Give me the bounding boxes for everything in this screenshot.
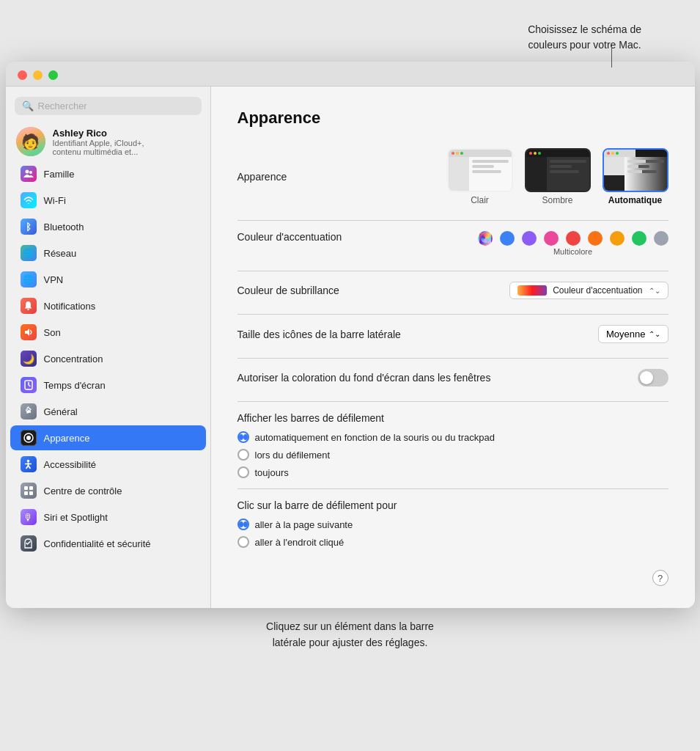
accent-colors bbox=[478, 231, 668, 246]
famille-icon bbox=[21, 166, 37, 182]
svg-point-7 bbox=[26, 436, 31, 440]
close-button[interactable] bbox=[18, 70, 27, 80]
sidebar-item-wifi[interactable]: Wi-Fi bbox=[10, 188, 206, 213]
vpn-label: VPN bbox=[44, 274, 64, 285]
color-jaune[interactable] bbox=[610, 231, 625, 246]
scrollbar-radio-group: automatiquement en fonction de la souris… bbox=[237, 431, 668, 478]
sidebar-profile[interactable]: 🧑 Ashley Rico Identifiant Apple, iCloud+… bbox=[6, 122, 210, 161]
scrollbar-option-always[interactable]: toujours bbox=[237, 466, 668, 478]
chevron-up-down-icon: ⌃⌄ bbox=[649, 287, 660, 295]
wifi-label: Wi-Fi bbox=[44, 195, 66, 206]
accent-label: Couleur d'accentuation bbox=[237, 231, 342, 243]
scrollbar-option-scroll[interactable]: lors du défilement bbox=[237, 449, 668, 461]
svg-line-12 bbox=[29, 466, 31, 469]
controle-label: Centre de contrôle bbox=[44, 486, 122, 497]
appearance-clair-preview bbox=[447, 148, 513, 192]
annotation-top-text: Choisissez le schéma de couleurs pour vo… bbox=[528, 23, 641, 51]
appearance-clair-label: Clair bbox=[471, 195, 489, 205]
vpn-icon: 🌐 bbox=[21, 271, 37, 287]
siri-icon: 🎙 bbox=[21, 509, 37, 525]
temps-label: Temps d'écran bbox=[44, 380, 106, 391]
accent-multicolore[interactable] bbox=[478, 231, 493, 246]
sidebar-item-famille[interactable]: Famille bbox=[10, 161, 206, 186]
help-button[interactable]: ? bbox=[652, 570, 668, 586]
son-icon bbox=[21, 324, 37, 340]
scrollbar-option-auto[interactable]: automatiquement en fonction de la souris… bbox=[237, 431, 668, 443]
color-violet[interactable] bbox=[522, 231, 537, 246]
radio-auto[interactable] bbox=[237, 431, 249, 443]
divider-4 bbox=[237, 358, 668, 359]
dropdown-chevron-icon: ⌃⌄ bbox=[649, 330, 660, 338]
color-multicolore[interactable] bbox=[478, 231, 493, 246]
fullscreen-button[interactable] bbox=[48, 70, 58, 80]
radio-scroll[interactable] bbox=[237, 449, 249, 461]
sidebar-item-general[interactable]: Général bbox=[10, 399, 206, 424]
titlebar bbox=[6, 62, 695, 87]
sidebar-item-controle[interactable]: Centre de contrôle bbox=[10, 478, 206, 503]
sidebar-icon-selector[interactable]: Moyenne ⌃⌄ bbox=[598, 325, 668, 343]
radio-next[interactable] bbox=[237, 519, 249, 530]
sidebar-item-siri[interactable]: 🎙 Siri et Spotlight bbox=[10, 505, 206, 530]
siri-label: Siri et Spotlight bbox=[44, 512, 108, 523]
appearance-auto-label: Automatique bbox=[608, 195, 662, 205]
sidebar-item-concentration[interactable]: 🌙 Concentration bbox=[10, 346, 206, 371]
divider-1 bbox=[237, 220, 668, 221]
highlight-label: Couleur de subrillance bbox=[237, 285, 339, 296]
svg-point-0 bbox=[25, 170, 29, 174]
click-section: Clic sur la barre de défilement pour all… bbox=[237, 499, 668, 548]
divider-6 bbox=[237, 488, 668, 489]
annotation-bottom: Cliquez sur un élément dans la barre lat… bbox=[266, 618, 434, 651]
appearance-clair[interactable]: Clair bbox=[447, 148, 513, 205]
apparence-label: Apparence bbox=[44, 433, 90, 444]
svg-line-4 bbox=[29, 385, 31, 387]
profile-info: Ashley Rico Identifiant Apple, iCloud+,c… bbox=[53, 128, 144, 156]
color-vert[interactable] bbox=[632, 231, 646, 246]
click-radio-group: aller à la page suivante aller à l'endro… bbox=[237, 519, 668, 548]
color-orange[interactable] bbox=[588, 231, 603, 246]
search-input[interactable]: Rechercher bbox=[38, 100, 194, 111]
panel-title: Apparence bbox=[237, 109, 668, 128]
sidebar-item-apparence[interactable]: Apparence bbox=[10, 425, 206, 450]
sidebar-item-notifications[interactable]: Notifications bbox=[10, 293, 206, 318]
wallpaper-toggle[interactable] bbox=[638, 369, 668, 387]
famille-label: Famille bbox=[44, 169, 75, 180]
accent-sublabel: Multicolore bbox=[553, 247, 592, 256]
search-box[interactable]: 🔍 Rechercher bbox=[15, 97, 202, 115]
color-rose[interactable] bbox=[544, 231, 559, 246]
click-option-next[interactable]: aller à la page suivante bbox=[237, 519, 668, 530]
click-click-label: aller à l'endroit cliqué bbox=[255, 537, 345, 548]
color-rouge[interactable] bbox=[566, 231, 581, 246]
scrollbar-always-label: toujours bbox=[255, 467, 289, 478]
sidebar-item-temps[interactable]: Temps d'écran bbox=[10, 373, 206, 398]
notifications-icon bbox=[21, 298, 37, 314]
avatar: 🧑 bbox=[16, 127, 45, 156]
temps-icon bbox=[21, 377, 37, 393]
sidebar-item-bluetooth[interactable]: ᛒ Bluetooth bbox=[10, 214, 206, 239]
sidebar-item-vpn[interactable]: 🌐 VPN bbox=[10, 267, 206, 292]
click-option-click[interactable]: aller à l'endroit cliqué bbox=[237, 536, 668, 548]
sidebar-item-confidentialite[interactable]: Confidentialité et sécurité bbox=[10, 531, 206, 556]
scrollbar-section: Afficher les barres de défilement automa… bbox=[237, 412, 668, 478]
divider-5 bbox=[237, 401, 668, 402]
highlight-color-selector[interactable]: Couleur d'accentuation ⌃⌄ bbox=[509, 282, 668, 299]
appearance-sombre[interactable]: Sombre bbox=[525, 148, 591, 205]
color-bleu[interactable] bbox=[500, 231, 515, 246]
appearance-automatique[interactable]: Automatique bbox=[603, 148, 668, 205]
sidebar: 🔍 Rechercher 🧑 Ashley Rico Identifiant A… bbox=[6, 87, 211, 608]
appearance-sombre-preview bbox=[525, 148, 591, 192]
profile-name: Ashley Rico bbox=[53, 128, 144, 139]
concentration-label: Concentration bbox=[44, 353, 103, 364]
sidebar-item-accessibilite[interactable]: Accessibilité bbox=[10, 452, 206, 477]
sidebar-item-son[interactable]: Son bbox=[10, 320, 206, 345]
scrollbar-scroll-label: lors du défilement bbox=[255, 450, 331, 461]
radio-always[interactable] bbox=[237, 466, 249, 478]
radio-click[interactable] bbox=[237, 536, 249, 548]
svg-point-8 bbox=[27, 460, 30, 463]
minimize-button[interactable] bbox=[33, 70, 43, 80]
general-icon bbox=[21, 403, 37, 420]
system-preferences-window: 🔍 Rechercher 🧑 Ashley Rico Identifiant A… bbox=[6, 62, 695, 608]
sidebar-item-reseau[interactable]: 🌐 Réseau bbox=[10, 241, 206, 265]
sidebar-icon-value: Moyenne bbox=[606, 329, 645, 340]
search-icon: 🔍 bbox=[22, 100, 34, 111]
color-gris[interactable] bbox=[654, 231, 668, 246]
